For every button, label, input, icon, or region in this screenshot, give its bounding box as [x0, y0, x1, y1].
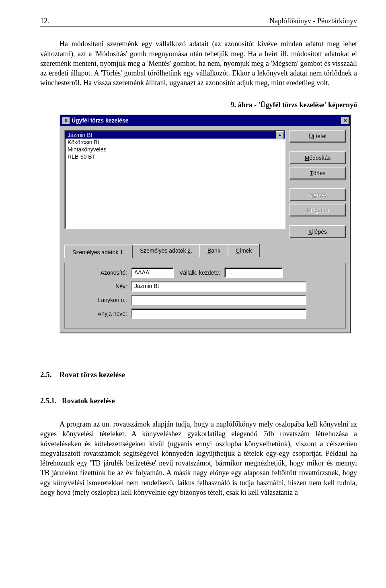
- dialog-ugyfel-torzs: ≡ Ügyfél törzs kezelése ✕ Jázmin Bt Kökö…: [60, 114, 351, 333]
- maiden-label: Lánykori n.:: [71, 296, 131, 304]
- paragraph-1: Ha módosítani szeretnénk egy vállalkozó …: [40, 39, 357, 88]
- name-label: Név:: [71, 283, 131, 290]
- tab-personal-2[interactable]: Személyes adatok 2.: [132, 244, 200, 257]
- tab-panel: Azonosító: AAAA Vállalk. kezdete: . . Né…: [64, 263, 346, 329]
- exit-button[interactable]: Kilépés: [290, 225, 346, 238]
- mother-field[interactable]: [131, 308, 306, 319]
- cancel-button: Mégsem: [290, 204, 346, 216]
- delete-button[interactable]: Törlés: [290, 167, 346, 180]
- list-item[interactable]: Jázmin Bt: [65, 131, 285, 139]
- name-field[interactable]: Jázmin Bt: [131, 281, 306, 292]
- section-2-5-title: Rovat törzs kezelése: [60, 370, 125, 379]
- modify-button[interactable]: Módosítás: [290, 151, 346, 164]
- start-field[interactable]: . .: [224, 267, 283, 278]
- svg-marker-0: [279, 134, 281, 136]
- titlebar: ≡ Ügyfél törzs kezelése ✕: [60, 115, 350, 126]
- list-item[interactable]: RLB-60 BT: [65, 153, 285, 160]
- section-2-5-1-title: Rovatok kezelése: [62, 397, 115, 405]
- list-item[interactable]: Kökörcsin Bt: [65, 139, 285, 146]
- start-label: Vállalk. kezdete:: [174, 269, 224, 277]
- new-button[interactable]: Új tétel: [290, 130, 346, 143]
- page-number: 12.: [40, 16, 49, 26]
- tab-personal-1[interactable]: Személyes adatok 1.: [64, 245, 133, 258]
- figure-caption: 9. ábra - 'Ügyfél törzs kezelése' képern…: [40, 100, 357, 110]
- tab-bank[interactable]: Bank: [199, 244, 228, 257]
- section-2-5-1-number: 2.5.1.: [40, 397, 57, 405]
- paragraph-2: A program az un. rovatszámok alapján tud…: [40, 419, 357, 497]
- client-listbox[interactable]: Jázmin Bt Kökörcsin Bt Mintakönyvelés RL…: [64, 130, 285, 229]
- app-icon: ≡: [62, 117, 70, 124]
- section-2-5-number: 2.5.: [40, 370, 52, 379]
- id-field[interactable]: AAAA: [131, 267, 174, 278]
- id-label: Azonosító:: [71, 269, 131, 277]
- close-icon[interactable]: ✕: [341, 117, 349, 124]
- window-title: Ügyfél törzs kezelése: [72, 117, 341, 125]
- list-item[interactable]: Mintakönyvelés: [65, 146, 285, 153]
- doc-title: Naplófőkönyv - Pénztárkönyv: [269, 16, 357, 26]
- tab-addresses[interactable]: Címek: [228, 244, 260, 257]
- save-button: Mentés: [290, 188, 346, 201]
- maiden-field[interactable]: [131, 295, 306, 305]
- scroll-up-icon[interactable]: [276, 131, 284, 139]
- mother-label: Anyja neve:: [71, 310, 131, 318]
